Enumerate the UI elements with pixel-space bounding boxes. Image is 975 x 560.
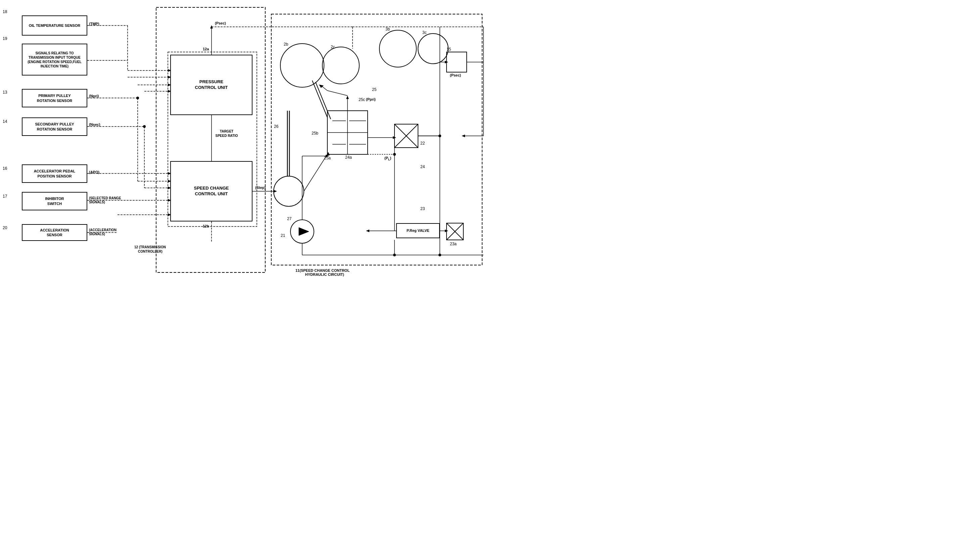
svg-rect-1 [156, 7, 265, 272]
label-18: 18 [3, 9, 7, 14]
svg-line-91 [322, 87, 327, 91]
label-3b: 3b [386, 27, 390, 32]
label-15: 15 [447, 47, 451, 52]
svg-line-53 [394, 124, 418, 148]
label-24: 24 [420, 164, 425, 169]
svg-marker-69 [366, 230, 369, 232]
label-25a: 25a [324, 156, 331, 160]
inhibitor-switch-box: INHIBITORSWITCH [22, 192, 87, 210]
svg-point-39 [322, 47, 359, 84]
svg-point-98 [439, 254, 441, 256]
svg-point-96 [393, 254, 396, 256]
label-ppri: (Ppri) [366, 97, 376, 101]
diagram: 18 19 OIL TEMPERATURE SENSOR (TMP) SIGNA… [0, 0, 488, 280]
svg-rect-52 [394, 124, 418, 148]
pressure-control-unit-box: PRESSURECONTROL UNIT [170, 55, 252, 115]
label-25c: 25c [359, 97, 365, 102]
label-22: 22 [420, 141, 425, 146]
svg-marker-32 [210, 25, 213, 28]
label-12a: 12a [203, 47, 209, 51]
acceleration-sensor-box: ACCELERATIONSENSOR [22, 224, 87, 241]
label-23: 23 [420, 207, 425, 211]
oil-temp-sensor-box: OIL TEMPERATURE SENSOR [22, 15, 87, 35]
label-target-speed-ratio: TARGETSPEED RATIO [210, 129, 244, 138]
svg-point-41 [418, 33, 448, 64]
preg-valve-box: P.Reg VALVE [396, 223, 440, 238]
label-2b: 2b [284, 42, 288, 47]
svg-marker-61 [326, 152, 330, 155]
label-selected-range: (SELECTED RANGESIGNALS) [89, 196, 133, 204]
label-27: 27 [287, 217, 291, 221]
speed-change-control-unit-box: SPEED CHANGECONTROL UNIT [170, 161, 252, 222]
svg-line-57 [447, 223, 463, 240]
svg-line-54 [394, 124, 418, 148]
label-transmission-controller: 12 (TRANSMISSION CONTROLLER) [134, 245, 166, 254]
label-apo: (APO) [89, 170, 99, 174]
label-tmp: (TMP) [89, 22, 99, 26]
svg-marker-92 [319, 85, 324, 88]
svg-rect-55 [447, 223, 463, 240]
label-25b: 25b [312, 131, 318, 135]
label-26: 26 [274, 124, 278, 129]
label-hydraulic-circuit: 11(SPEED CHANGE CONTROL HYDRAULIC CIRCUI… [296, 268, 349, 277]
label-pl: (PL) [384, 156, 391, 161]
svg-line-56 [447, 223, 463, 240]
svg-marker-89 [346, 96, 349, 99]
label-17: 17 [3, 194, 7, 198]
label-13: 13 [3, 90, 7, 95]
label-25: 25 [372, 87, 376, 92]
svg-rect-84 [447, 52, 467, 72]
label-21: 21 [280, 233, 285, 238]
svg-marker-44 [299, 227, 309, 235]
svg-point-23 [143, 125, 146, 128]
svg-marker-71 [445, 230, 448, 232]
svg-point-66 [439, 135, 441, 137]
svg-point-43 [290, 220, 314, 243]
svg-marker-86 [445, 61, 448, 63]
svg-marker-36 [274, 190, 277, 193]
svg-point-42 [274, 176, 304, 207]
label-20: 20 [3, 225, 7, 230]
svg-line-58 [312, 80, 327, 117]
label-3c: 3c [422, 30, 427, 35]
svg-marker-83 [462, 135, 465, 137]
label-nsec: (Nsec) [89, 122, 100, 127]
label-14: 14 [3, 119, 7, 124]
label-2c: 2c [331, 45, 335, 49]
svg-rect-0 [271, 14, 482, 265]
label-24a: 24a [345, 155, 352, 160]
label-psec-right: (Psec) [450, 73, 461, 77]
primary-pulley-box: PRIMARY PULLEYROTATION SENSOR [22, 89, 87, 107]
svg-line-90 [327, 91, 347, 96]
label-12b: 12b [203, 224, 209, 228]
secondary-pulley-box: SECONDARY PULLEYROTATION SENSOR [22, 117, 87, 136]
label-19: 19 [3, 36, 7, 41]
label-acceleration-signals: (ACCELERATIONSIGNALS) [89, 228, 117, 236]
svg-point-40 [379, 30, 416, 67]
svg-marker-63 [393, 136, 396, 139]
svg-rect-45 [327, 111, 367, 154]
accel-pedal-box: ACCELERATOR PEDALPOSITION SENSOR [22, 164, 87, 183]
svg-point-16 [136, 97, 139, 99]
label-psec-top: (Psec) [215, 21, 226, 25]
signals-torque-box: SIGNALS RELATING TOTRANSMISSION INPUT TO… [22, 43, 87, 75]
label-npri: (Npri) [89, 94, 99, 98]
label-16: 16 [3, 166, 7, 171]
svg-point-38 [280, 43, 324, 87]
svg-line-59 [316, 82, 331, 119]
label-step: (Step) [255, 185, 265, 190]
label-23a: 23a [450, 242, 457, 246]
svg-point-77 [393, 153, 396, 156]
